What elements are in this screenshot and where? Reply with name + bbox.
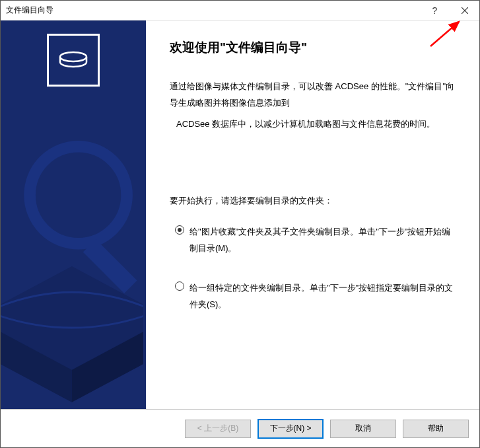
help-button[interactable]: ? (420, 1, 450, 20)
option-specific-label: 给一组特定的文件夹编制目录。单击"下一步"按钮指定要编制目录的文件夹(S)。 (189, 280, 458, 313)
selection-prompt: 要开始执行，请选择要编制目录的文件夹： (170, 195, 458, 207)
radio-icon (175, 281, 184, 291)
option-specific-folders[interactable]: 给一组特定的文件夹编制目录。单击"下一步"按钮指定要编制目录的文件夹(S)。 (170, 280, 458, 313)
wizard-main: 欢迎使用"文件编目向导" 通过给图像与媒体文件编制目录，可以改善 ACDSee … (146, 20, 479, 409)
option-pictures-label: 给"图片收藏"文件夹及其子文件夹编制目录。单击"下一步"按钮开始编制目录(M)。 (189, 224, 458, 256)
sidebar-logo-box (47, 34, 100, 87)
close-button[interactable] (450, 1, 479, 20)
disk-icon (57, 50, 90, 70)
content-area: 欢迎使用"文件编目向导" 通过给图像与媒体文件编制目录，可以改善 ACDSee … (1, 20, 479, 409)
wizard-sidebar (1, 20, 146, 409)
titlebar: 文件编目向导 ? (1, 1, 479, 20)
page-title: 欢迎使用"文件编目向导" (170, 39, 458, 56)
cancel-button[interactable]: 取消 (330, 420, 396, 438)
next-button[interactable]: 下一步(N) > (257, 419, 324, 439)
intro-paragraph-2: ACDSee 数据库中，以减少计算机加载略图与文件信息花费的时间。 (170, 116, 458, 133)
intro-paragraph-1: 通过给图像与媒体文件编制目录，可以改善 ACDSee 的性能。"文件编目"向导生… (170, 79, 458, 111)
sidebar-background-art (1, 137, 143, 409)
svg-point-1 (30, 147, 127, 244)
wizard-button-bar: < 上一步(B) 下一步(N) > 取消 帮助 (1, 409, 479, 447)
option-pictures-folder[interactable]: 给"图片收藏"文件夹及其子文件夹编制目录。单击"下一步"按钮开始编制目录(M)。 (170, 224, 458, 256)
close-icon (462, 7, 468, 14)
back-button: < 上一步(B) (185, 420, 251, 438)
radio-icon (175, 225, 184, 235)
help-button-footer[interactable]: 帮助 (403, 420, 469, 438)
window-title: 文件编目向导 (6, 5, 420, 16)
svg-point-0 (60, 52, 86, 61)
